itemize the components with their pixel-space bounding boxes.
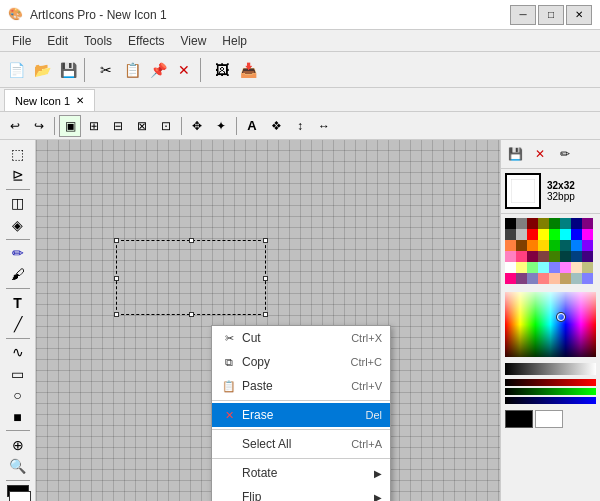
copy-button[interactable]: 📋: [120, 58, 144, 82]
color-cell[interactable]: [527, 240, 538, 251]
ctx-rotate[interactable]: Rotate ▶: [212, 461, 390, 485]
tool7-button[interactable]: ✦: [210, 115, 232, 137]
blue-bar[interactable]: [505, 397, 596, 404]
color-cell[interactable]: [527, 273, 538, 284]
color-cell[interactable]: [560, 240, 571, 251]
tool2-button[interactable]: ⊞: [83, 115, 105, 137]
text-tool[interactable]: T: [4, 293, 32, 312]
menu-tools[interactable]: Tools: [76, 32, 120, 50]
color-cell[interactable]: [516, 273, 527, 284]
color-cell[interactable]: [538, 251, 549, 262]
ctx-select-all[interactable]: Select All Ctrl+A: [212, 432, 390, 456]
color-cell[interactable]: [516, 262, 527, 273]
color-cell[interactable]: [571, 229, 582, 240]
text-button[interactable]: A: [241, 115, 263, 137]
color-cell[interactable]: [527, 262, 538, 273]
color-cell[interactable]: [516, 251, 527, 262]
color-picker-tool[interactable]: ⊕: [4, 435, 32, 454]
context-menu[interactable]: ✂ Cut Ctrl+X ⧉ Copy Ctrl+C 📋 Paste Ctrl+…: [211, 325, 391, 501]
pencil-tool[interactable]: ✏: [4, 243, 32, 262]
new-button[interactable]: 📄: [4, 58, 28, 82]
color-cell[interactable]: [505, 218, 516, 229]
save-icon-button[interactable]: 💾: [504, 143, 526, 165]
delete-icon-button[interactable]: ✕: [529, 143, 551, 165]
color-cell[interactable]: [505, 251, 516, 262]
color-cell[interactable]: [560, 229, 571, 240]
bg-color-box[interactable]: [535, 410, 563, 428]
zoom-tool[interactable]: 🔍: [4, 457, 32, 476]
color-cell[interactable]: [571, 240, 582, 251]
menu-help[interactable]: Help: [214, 32, 255, 50]
color-cell[interactable]: [582, 262, 593, 273]
color-gradient[interactable]: [505, 292, 596, 357]
menu-effects[interactable]: Effects: [120, 32, 172, 50]
color-cell[interactable]: [549, 229, 560, 240]
color-cell[interactable]: [538, 240, 549, 251]
delete-button[interactable]: ✕: [172, 58, 196, 82]
eraser-tool[interactable]: ◫: [4, 194, 32, 213]
color-cell[interactable]: [582, 251, 593, 262]
fill-tool[interactable]: ◈: [4, 215, 32, 234]
color-cell[interactable]: [560, 273, 571, 284]
canvas-area[interactable]: ✂ Cut Ctrl+X ⧉ Copy Ctrl+C 📋 Paste Ctrl+…: [36, 140, 500, 501]
color-cell[interactable]: [549, 218, 560, 229]
color-cell[interactable]: [516, 229, 527, 240]
color-cell[interactable]: [571, 262, 582, 273]
color-cell[interactable]: [582, 218, 593, 229]
bg-color-swatch[interactable]: [9, 491, 31, 501]
color-cell[interactable]: [505, 262, 516, 273]
color-cell[interactable]: [505, 273, 516, 284]
ctx-paste[interactable]: 📋 Paste Ctrl+V: [212, 374, 390, 398]
color-cell[interactable]: [582, 240, 593, 251]
menu-file[interactable]: File: [4, 32, 39, 50]
close-button[interactable]: ✕: [566, 5, 592, 25]
color-cell[interactable]: [505, 240, 516, 251]
color-cell[interactable]: [505, 229, 516, 240]
color-cell[interactable]: [527, 251, 538, 262]
color-cell[interactable]: [560, 262, 571, 273]
menu-view[interactable]: View: [173, 32, 215, 50]
export-button[interactable]: 🖼: [210, 58, 234, 82]
color-cell[interactable]: [549, 251, 560, 262]
color-cell[interactable]: [527, 218, 538, 229]
line-tool[interactable]: ╱: [4, 314, 32, 333]
color-cell[interactable]: [538, 218, 549, 229]
ctx-flip[interactable]: Flip ▶: [212, 485, 390, 501]
tool8-button[interactable]: ❖: [265, 115, 287, 137]
tool4-button[interactable]: ⊠: [131, 115, 153, 137]
undo-button[interactable]: ↩: [4, 115, 26, 137]
menu-edit[interactable]: Edit: [39, 32, 76, 50]
color-cell[interactable]: [571, 251, 582, 262]
gray-scale[interactable]: [505, 363, 596, 375]
color-cell[interactable]: [516, 240, 527, 251]
oval-tool[interactable]: ○: [4, 385, 32, 404]
open-button[interactable]: 📂: [30, 58, 54, 82]
minimize-button[interactable]: ─: [510, 5, 536, 25]
color-cell[interactable]: [571, 218, 582, 229]
curve-tool[interactable]: ∿: [4, 343, 32, 362]
color-cell[interactable]: [549, 273, 560, 284]
edit-icon-button[interactable]: ✏: [554, 143, 576, 165]
fg-color-box[interactable]: [505, 410, 533, 428]
color-cell[interactable]: [549, 240, 560, 251]
redo-button[interactable]: ↪: [28, 115, 50, 137]
tool9-button[interactable]: ↕: [289, 115, 311, 137]
color-cell[interactable]: [538, 229, 549, 240]
tool6-button[interactable]: ✥: [186, 115, 208, 137]
color-cell[interactable]: [560, 218, 571, 229]
paste-button[interactable]: 📌: [146, 58, 170, 82]
tab-close-button[interactable]: ✕: [76, 95, 84, 106]
canvas-grid[interactable]: ✂ Cut Ctrl+X ⧉ Copy Ctrl+C 📋 Paste Ctrl+…: [36, 140, 500, 501]
maximize-button[interactable]: □: [538, 5, 564, 25]
ctx-copy[interactable]: ⧉ Copy Ctrl+C: [212, 350, 390, 374]
tool10-button[interactable]: ↔: [313, 115, 335, 137]
green-bar[interactable]: [505, 388, 596, 395]
new-icon-tab[interactable]: New Icon 1 ✕: [4, 89, 95, 111]
tool1-button[interactable]: ▣: [59, 115, 81, 137]
color-cell[interactable]: [582, 273, 593, 284]
select-tool[interactable]: ⬚: [4, 144, 32, 163]
cut-button[interactable]: ✂: [94, 58, 118, 82]
brush-tool[interactable]: 🖌: [4, 265, 32, 284]
color-cell[interactable]: [549, 262, 560, 273]
red-bar[interactable]: [505, 379, 596, 386]
